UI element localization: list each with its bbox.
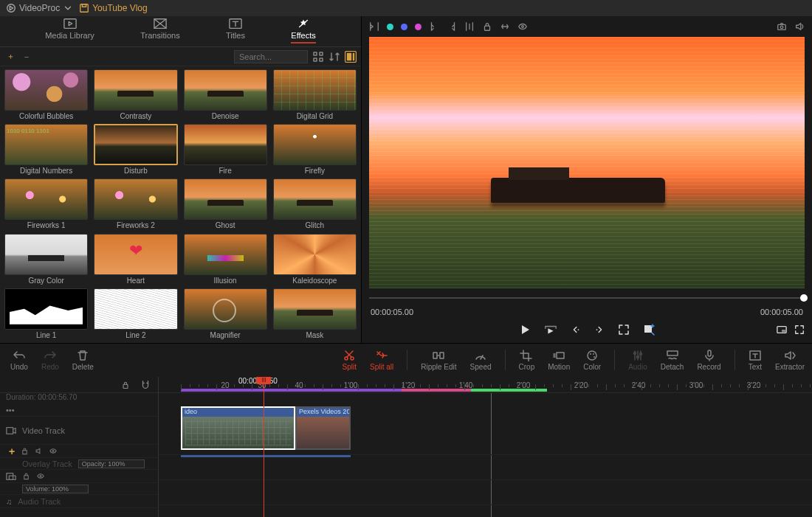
- play-range-button[interactable]: [544, 324, 557, 336]
- search-input[interactable]: [234, 50, 308, 63]
- audio-button[interactable]: Audio: [628, 350, 647, 371]
- effect-line-2[interactable]: Line 2: [94, 288, 177, 340]
- audio-track-icon: ♫: [6, 497, 12, 506]
- effect-magnifier[interactable]: Magnifier: [184, 288, 267, 340]
- effect-kaleidoscope[interactable]: Kaleidoscope: [273, 234, 357, 285]
- redo-button[interactable]: Redo: [41, 350, 59, 371]
- tab-transitions[interactable]: Transitions: [140, 18, 179, 44]
- tab-titles[interactable]: Titles: [226, 18, 245, 44]
- add-track-button[interactable]: +: [6, 445, 15, 457]
- effect-contrasty[interactable]: Contrasty: [94, 69, 177, 121]
- track-menu-icon[interactable]: •••: [6, 406, 15, 414]
- color-button[interactable]: Color: [583, 350, 601, 371]
- pip-icon[interactable]: [777, 325, 787, 335]
- effect-fireworks-2[interactable]: Fireworks 2: [94, 178, 177, 230]
- svg-point-28: [593, 356, 595, 358]
- snapshot-icon[interactable]: [777, 21, 787, 32]
- timeline-tracks[interactable]: 00:00:28.50 2030401'001'201'402'002'202'…: [159, 377, 812, 517]
- effect-thumb: [4, 69, 88, 111]
- app-menu[interactable]: VideoProc: [6, 3, 73, 13]
- effect-disturb[interactable]: Disturb: [94, 124, 177, 176]
- safe-zone-icon[interactable]: [500, 21, 510, 32]
- preview-viewport[interactable]: [369, 37, 805, 288]
- svg-rect-8: [314, 58, 317, 61]
- effect-line-1[interactable]: Line 1: [4, 288, 88, 340]
- track-mute-icon[interactable]: [35, 447, 43, 455]
- effect-colorful-bubbles[interactable]: Colorful Bubbles: [4, 69, 88, 121]
- marker-dot-2[interactable]: [401, 24, 407, 30]
- record-button[interactable]: Record: [697, 350, 720, 371]
- effect-digital-numbers[interactable]: Digital Numbers: [4, 124, 88, 176]
- effect-thumb: [273, 288, 357, 330]
- svg-rect-6: [314, 52, 317, 55]
- next-frame-button[interactable]: [594, 325, 605, 335]
- overlay-visible-icon[interactable]: [36, 472, 45, 480]
- volume-icon[interactable]: [794, 21, 805, 32]
- effect-mask[interactable]: Mask: [273, 288, 357, 340]
- text-button[interactable]: Text: [749, 350, 762, 371]
- effect-ghost[interactable]: Ghost: [184, 178, 267, 230]
- fit-button[interactable]: [618, 324, 630, 336]
- effect-fire[interactable]: Fire: [184, 124, 267, 176]
- playhead[interactable]: [264, 377, 264, 517]
- svg-point-0: [7, 4, 16, 13]
- magnet-icon[interactable]: [140, 380, 151, 390]
- track-headers: Duration: 00:00:56.70 ••• Video Track + …: [0, 377, 159, 517]
- goto-in-icon[interactable]: [464, 21, 475, 32]
- clip-1[interactable]: ideo: [181, 406, 295, 450]
- effect-denoise[interactable]: Denoise: [184, 69, 267, 121]
- marker-dot-3[interactable]: [415, 24, 422, 30]
- track-visible-icon[interactable]: [49, 447, 58, 455]
- add-button[interactable]: ＋: [4, 51, 16, 63]
- tab-media-library[interactable]: Media Library: [45, 18, 94, 44]
- eye-icon[interactable]: [517, 21, 528, 32]
- effect-label: Glitch: [306, 221, 325, 229]
- split-all-button[interactable]: Split all: [370, 350, 393, 371]
- fullscreen-icon[interactable]: [794, 325, 805, 335]
- panel-toggle-icon[interactable]: [345, 51, 357, 63]
- undo-button[interactable]: Undo: [10, 350, 28, 371]
- overlay-lock-icon[interactable]: [22, 472, 30, 480]
- timeline: Duration: 00:00:56.70 ••• Video Track + …: [0, 377, 812, 517]
- clip-2[interactable]: Pexels Videos 2019781: [295, 406, 351, 450]
- add-marker-button[interactable]: [643, 324, 655, 336]
- compare-icon[interactable]: [369, 21, 379, 32]
- preview-scrubber[interactable]: [369, 291, 805, 306]
- audio-lane[interactable]: [159, 480, 812, 505]
- lock-all-icon[interactable]: [121, 381, 130, 389]
- detach-button[interactable]: Detach: [661, 350, 684, 371]
- sort-icon[interactable]: [328, 51, 340, 63]
- prev-frame-button[interactable]: [571, 325, 581, 335]
- speed-button[interactable]: Speed: [470, 350, 492, 371]
- effect-heart[interactable]: Heart: [94, 234, 177, 285]
- effect-illusion[interactable]: Illusion: [184, 234, 267, 285]
- marker-dot-1[interactable]: [387, 24, 393, 30]
- effect-label: Line 1: [36, 331, 56, 339]
- delete-button[interactable]: Delete: [72, 350, 94, 371]
- track-lock-icon[interactable]: [21, 447, 29, 455]
- video-lane[interactable]: ideo Pexels Videos 2019781: [159, 402, 812, 455]
- ripple-edit-button[interactable]: Ripple Edit: [421, 350, 456, 371]
- effect-fireworks-1[interactable]: Fireworks 1: [4, 178, 88, 230]
- effect-thumb: [94, 124, 177, 165]
- volume-slider[interactable]: Volume: 100%: [22, 485, 89, 493]
- effect-glitch[interactable]: Glitch: [273, 178, 357, 230]
- mark-in-icon[interactable]: [429, 21, 439, 32]
- mark-out-icon[interactable]: [447, 21, 457, 32]
- chevron-down-icon: [63, 3, 73, 13]
- overlay-lane[interactable]: [159, 455, 812, 480]
- split-button[interactable]: Split: [343, 350, 357, 371]
- effect-gray-color[interactable]: Gray Color: [4, 234, 88, 285]
- tab-effects[interactable]: Effects: [291, 18, 315, 44]
- play-button[interactable]: [519, 324, 531, 336]
- remove-button[interactable]: −: [21, 51, 32, 63]
- opacity-slider[interactable]: Opacity: 100%: [78, 459, 145, 468]
- project-name[interactable]: YouTube Vlog: [79, 3, 148, 13]
- lock-icon[interactable]: [482, 21, 492, 32]
- grid-view-icon[interactable]: [312, 51, 324, 63]
- effect-firefly[interactable]: Firefly: [273, 124, 357, 176]
- motion-button[interactable]: Motion: [548, 350, 570, 371]
- effect-digital-grid[interactable]: Digital Grid: [273, 69, 357, 121]
- crop-button[interactable]: Crop: [519, 350, 535, 371]
- extractor-button[interactable]: Extractor: [775, 350, 805, 371]
